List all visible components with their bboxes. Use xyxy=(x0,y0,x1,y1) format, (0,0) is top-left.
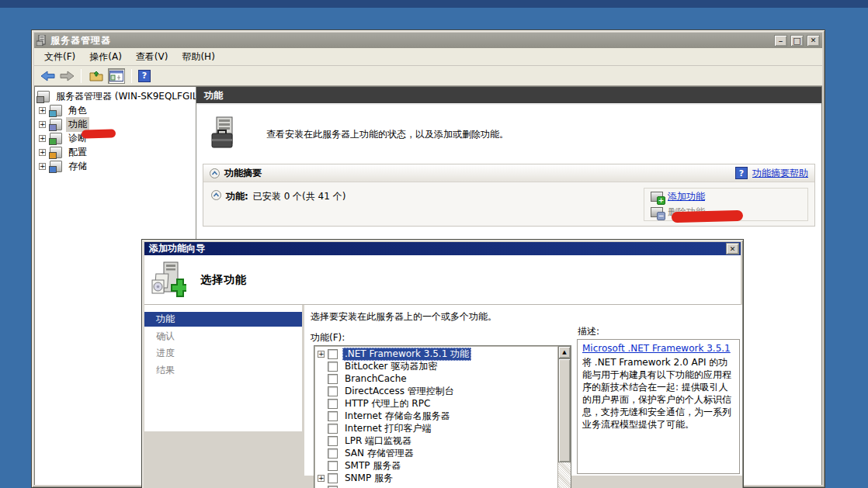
feature-checkbox[interactable] xyxy=(328,473,338,483)
feature-checkbox[interactable] xyxy=(328,486,338,488)
add-features-wizard-dialog: 添加功能向导 选择功能 功能确认进度结果 选择要安装在此服务器上的一个或多个功能… xyxy=(141,239,744,488)
instruction-text: 选择要安装在此服务器上的一个或多个功能。 xyxy=(311,310,497,324)
tree-item[interactable]: 配置 xyxy=(35,145,196,159)
tree-expand-icon[interactable] xyxy=(39,121,46,128)
feature-description-text: 将 .NET Framework 2.0 API 的功能与用于构建具有以下功能的… xyxy=(582,357,731,430)
feature-checkbox[interactable] xyxy=(328,374,338,384)
toolbar-separator xyxy=(81,69,82,83)
annotation-red-underline-features xyxy=(82,129,116,139)
summary-title: 功能摘要 xyxy=(224,167,262,180)
tree-item[interactable]: 功能 xyxy=(35,117,196,131)
dialog-heading: 选择功能 xyxy=(200,273,247,287)
dialog-titlebar[interactable]: 添加功能向导 xyxy=(144,242,741,255)
feature-row[interactable]: HTTP 代理上的 RPC xyxy=(318,397,557,410)
tree-expand-icon[interactable] xyxy=(39,149,46,156)
wizard-step[interactable]: 进度 xyxy=(144,346,302,361)
feature-row[interactable]: DirectAccess 管理控制台 xyxy=(318,385,557,397)
server-manager-node-icon xyxy=(37,91,50,102)
dialog-body: 功能确认进度结果 选择要安装在此服务器上的一个或多个功能。 功能(F): 描述:… xyxy=(144,305,741,488)
tree-root[interactable]: 服务器管理器 (WIN-SK9EQLFGIL xyxy=(35,89,196,103)
collapse-icon[interactable] xyxy=(211,190,221,200)
annotation-red-underline-add-features xyxy=(672,210,743,223)
forward-icon[interactable] xyxy=(59,70,75,82)
menu-item[interactable]: 文件(F) xyxy=(37,48,82,66)
feature-row[interactable]: BitLocker 驱动器加密 xyxy=(318,360,557,372)
feature-checkbox[interactable] xyxy=(328,349,338,359)
tree-item-icon xyxy=(50,119,62,130)
feature-row[interactable]: .NET Framework 3.5.1 功能 xyxy=(318,348,557,360)
feature-row[interactable]: SNMP 服务 xyxy=(318,472,557,484)
toolbar-separator xyxy=(131,69,132,83)
help-icon[interactable]: ? xyxy=(138,70,151,82)
scrollbar-thumb[interactable] xyxy=(558,358,571,462)
features-list-label: 功能(F): xyxy=(311,331,345,344)
back-icon[interactable] xyxy=(40,70,56,82)
feature-row[interactable] xyxy=(318,484,557,488)
dialog-header: 选择功能 xyxy=(144,255,741,305)
expand-icon[interactable] xyxy=(318,351,325,358)
wizard-step[interactable]: 确认 xyxy=(144,329,302,344)
tree-item[interactable]: 角色 xyxy=(35,103,196,117)
description-box: Microsoft .NET Framework 3.5.1 将 .NET Fr… xyxy=(577,339,740,474)
console-tree-icon[interactable] xyxy=(108,68,125,84)
wizard-page: 选择要安装在此服务器上的一个或多个功能。 功能(F): 描述: .NET Fra… xyxy=(304,305,742,476)
features-rows: .NET Framework 3.5.1 功能 BitLocker 驱动器加密 … xyxy=(318,348,557,488)
dialog-close-button[interactable] xyxy=(726,243,739,254)
remove-features-icon xyxy=(651,207,663,217)
server-manager-icon xyxy=(36,35,47,46)
tree-item-icon xyxy=(50,133,62,144)
wizard-step[interactable]: 结果 xyxy=(144,363,302,378)
wizard-step[interactable]: 功能 xyxy=(144,312,302,327)
expand-icon[interactable] xyxy=(318,475,325,482)
collapse-icon[interactable] xyxy=(210,168,220,178)
feature-checkbox[interactable] xyxy=(328,399,338,409)
vertical-scrollbar[interactable]: ▲ xyxy=(557,346,571,488)
minimize-button[interactable] xyxy=(774,35,787,47)
feature-row[interactable]: SMTP 服务器 xyxy=(318,459,557,472)
feature-checkbox[interactable] xyxy=(328,362,338,372)
add-features-icon xyxy=(651,192,663,202)
feature-checkbox[interactable] xyxy=(328,386,338,396)
feature-row[interactable]: SAN 存储管理器 xyxy=(318,447,557,459)
feature-checkbox[interactable] xyxy=(328,461,338,471)
features-listbox[interactable]: .NET Framework 3.5.1 功能 BitLocker 驱动器加密 … xyxy=(314,345,571,488)
summary-row-label: 功能: xyxy=(226,190,248,203)
menubar: 文件(F)操作(A)查看(V)帮助(H) xyxy=(34,48,822,66)
tree-item-icon xyxy=(50,105,62,116)
menu-item[interactable]: 帮助(H) xyxy=(175,48,221,66)
tree-root-label[interactable]: 服务器管理器 (WIN-SK9EQLFGIL xyxy=(54,89,196,104)
toolbar: ? xyxy=(34,66,822,86)
intro-text: 查看安装在此服务器上功能的状态，以及添加或删除功能。 xyxy=(266,128,509,141)
add-features-wizard-icon xyxy=(151,261,186,299)
feature-row[interactable]: BranchCache xyxy=(318,372,557,385)
feature-checkbox[interactable] xyxy=(328,448,338,459)
maximize-button[interactable] xyxy=(790,35,804,47)
tree-expand-icon[interactable] xyxy=(39,163,46,170)
pane-header: 功能 xyxy=(196,87,821,105)
window-title: 服务器管理器 xyxy=(50,34,771,47)
window-titlebar[interactable]: 服务器管理器 xyxy=(34,33,822,48)
tree-item-icon xyxy=(50,147,62,158)
features-toolbox-icon xyxy=(209,116,241,152)
feature-checkbox[interactable] xyxy=(328,424,338,434)
feature-description-link[interactable]: Microsoft .NET Framework 3.5.1 xyxy=(582,342,731,355)
feature-row[interactable]: LPR 端口监视器 xyxy=(318,434,557,447)
features-summary-help-link[interactable]: 功能摘要帮助 xyxy=(752,167,808,180)
tree-item[interactable]: 存储 xyxy=(35,159,196,173)
tree-expand-icon[interactable] xyxy=(39,135,46,142)
desktop-top-strip xyxy=(0,0,868,8)
tree-expand-icon[interactable] xyxy=(39,107,46,114)
show-window-icon[interactable] xyxy=(88,68,105,84)
help-icon: ? xyxy=(735,167,748,179)
add-features-link[interactable]: 添加功能 xyxy=(668,190,705,203)
feature-row[interactable]: Internet 打印客户端 xyxy=(318,422,557,434)
feature-row[interactable]: Internet 存储命名服务器 xyxy=(318,410,557,422)
feature-checkbox[interactable] xyxy=(328,411,338,421)
menu-item[interactable]: 操作(A) xyxy=(82,48,129,66)
feature-checkbox[interactable] xyxy=(328,436,338,446)
close-button[interactable] xyxy=(807,35,820,47)
scroll-up-icon[interactable]: ▲ xyxy=(558,346,571,358)
wizard-steps: 功能确认进度结果 xyxy=(144,305,302,431)
features-intro: 查看安装在此服务器上功能的状态，以及添加或删除功能。 xyxy=(196,105,821,164)
menu-item[interactable]: 查看(V) xyxy=(129,48,175,66)
